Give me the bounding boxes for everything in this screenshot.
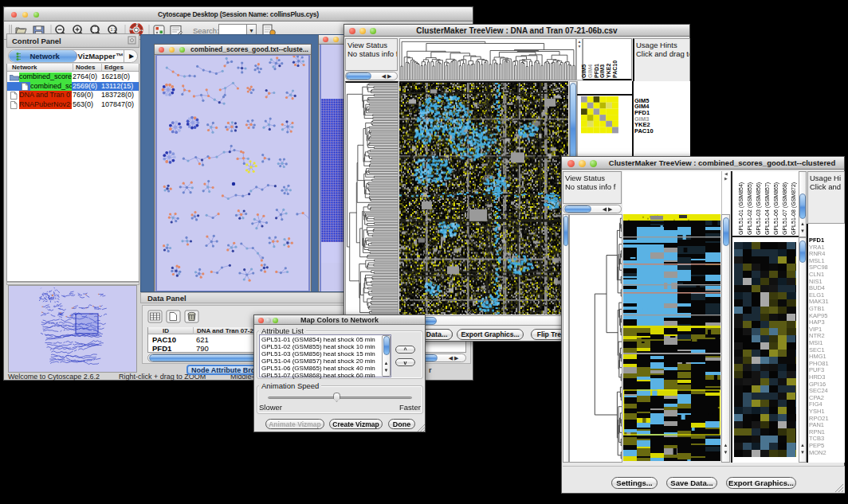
svg-text:1:1: 1:1: [111, 27, 116, 32]
